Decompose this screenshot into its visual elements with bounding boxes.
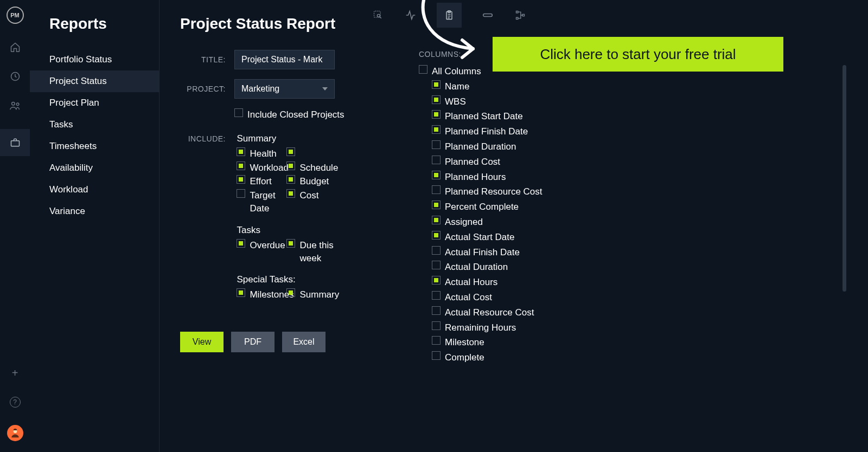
summary-group-title: Summary — [237, 133, 336, 144]
link-icon[interactable] — [481, 9, 494, 22]
include-task-checkbox[interactable] — [286, 239, 295, 248]
column-label: Planned Resource Cost — [445, 185, 542, 198]
sidebar-item-variance[interactable]: Variance — [30, 201, 159, 222]
column-label: Complete — [445, 351, 484, 364]
app-logo[interactable]: PM — [7, 7, 24, 24]
sidebar-item-workload[interactable]: Workload — [30, 179, 159, 201]
column-checkbox[interactable] — [432, 95, 441, 104]
title-label: TITLE: — [180, 55, 226, 64]
column-label: Milestone — [445, 336, 484, 349]
column-label: Percent Complete — [445, 201, 519, 214]
project-value: Marketing — [241, 84, 279, 94]
include-checkbox[interactable] — [237, 175, 245, 184]
include-closed-checkbox[interactable] — [234, 108, 243, 117]
clock-icon[interactable] — [9, 70, 21, 82]
view-toolbar — [30, 0, 868, 30]
title-input[interactable] — [234, 50, 335, 69]
column-checkbox[interactable] — [432, 140, 441, 149]
clipboard-icon[interactable] — [437, 3, 462, 28]
include-option-label: Health — [250, 147, 276, 160]
column-label: Planned Start Date — [445, 110, 523, 123]
sidebar-item-tasks[interactable]: Tasks — [30, 114, 159, 135]
column-label: Planned Cost — [445, 156, 500, 169]
include-option-label: Schedule — [299, 162, 338, 175]
column-label: Assigned — [445, 216, 483, 229]
svg-rect-10 — [516, 11, 518, 13]
column-checkbox[interactable] — [432, 246, 441, 255]
free-trial-cta[interactable]: Click here to start your free trial — [493, 37, 783, 72]
sidebar-item-timesheets[interactable]: Timesheets — [30, 135, 159, 157]
sidebar-item-availability[interactable]: Availability — [30, 157, 159, 179]
include-checkbox[interactable] — [286, 189, 295, 198]
activity-icon[interactable] — [404, 9, 417, 22]
pdf-button[interactable]: PDF — [231, 332, 275, 352]
column-label: Planned Duration — [445, 140, 516, 153]
scrollbar-track[interactable] — [842, 65, 846, 358]
column-checkbox[interactable] — [432, 306, 441, 315]
briefcase-icon[interactable] — [0, 129, 30, 156]
project-select[interactable]: Marketing — [234, 79, 335, 99]
project-label: PROJECT: — [180, 85, 226, 93]
column-checkbox[interactable] — [432, 231, 441, 240]
column-label: Planned Finish Date — [445, 125, 528, 138]
help-icon[interactable]: ? — [10, 397, 21, 408]
column-checkbox[interactable] — [432, 185, 441, 194]
column-checkbox[interactable] — [432, 321, 441, 330]
include-option-label: Target Date — [250, 189, 286, 215]
view-button[interactable]: View — [180, 332, 224, 352]
include-task-checkbox[interactable] — [237, 239, 245, 248]
sidebar-item-project-plan[interactable]: Project Plan — [30, 92, 159, 114]
sidebar-item-project-status[interactable]: Project Status — [30, 70, 159, 92]
reports-sidebar: Reports Portfolio StatusProject StatusPr… — [30, 0, 159, 452]
zoom-icon[interactable] — [372, 9, 385, 22]
include-checkbox[interactable] — [237, 162, 245, 170]
include-option-label: Workload — [250, 162, 289, 175]
add-icon[interactable]: + — [12, 367, 18, 379]
include-checkbox[interactable] — [286, 175, 295, 184]
avatar[interactable] — [7, 425, 23, 441]
excel-button[interactable]: Excel — [282, 332, 326, 352]
column-checkbox[interactable] — [432, 351, 441, 360]
include-checkbox[interactable] — [286, 147, 295, 156]
people-icon[interactable] — [9, 100, 21, 112]
include-special-checkbox[interactable] — [286, 288, 295, 297]
column-checkbox[interactable] — [432, 156, 441, 164]
column-label: WBS — [445, 95, 466, 108]
column-checkbox[interactable] — [432, 216, 441, 224]
column-checkbox[interactable] — [432, 261, 441, 269]
column-checkbox[interactable] — [432, 110, 441, 119]
column-label: Name — [445, 80, 469, 93]
column-checkbox[interactable] — [432, 201, 441, 209]
column-checkbox[interactable] — [432, 291, 441, 300]
column-label: Actual Finish Date — [445, 246, 520, 259]
column-label: Planned Hours — [445, 171, 506, 184]
include-checkbox[interactable] — [237, 189, 245, 198]
column-checkbox[interactable] — [432, 171, 441, 179]
include-label: INCLUDE: — [180, 134, 226, 143]
icon-rail: PM + ? — [0, 0, 30, 452]
column-checkbox[interactable] — [432, 125, 441, 134]
include-option-label: Budget — [299, 175, 329, 188]
column-label: Actual Duration — [445, 261, 508, 274]
home-icon[interactable] — [9, 41, 21, 53]
hierarchy-icon[interactable] — [514, 9, 527, 22]
include-special-label: Summary — [299, 288, 339, 301]
column-checkbox[interactable] — [432, 336, 441, 345]
sidebar-item-portfolio-status[interactable]: Portfolio Status — [30, 49, 159, 70]
column-label: Actual Hours — [445, 276, 497, 289]
svg-rect-12 — [522, 14, 524, 16]
include-task-label: Due this week — [299, 239, 336, 265]
chevron-down-icon — [322, 87, 328, 91]
include-task-label: Overdue — [250, 239, 285, 252]
svg-point-6 — [377, 14, 380, 17]
column-checkbox[interactable] — [432, 80, 441, 89]
include-closed-label: Include Closed Projects — [247, 108, 344, 121]
scrollbar-thumb[interactable] — [843, 65, 846, 292]
include-checkbox[interactable] — [286, 162, 295, 170]
column-label: Remaining Hours — [445, 321, 516, 334]
column-checkbox[interactable] — [432, 276, 441, 285]
include-special-checkbox[interactable] — [237, 288, 245, 297]
include-option-label: Cost — [299, 189, 318, 202]
include-checkbox[interactable] — [237, 147, 245, 156]
all-columns-checkbox[interactable] — [419, 65, 427, 74]
